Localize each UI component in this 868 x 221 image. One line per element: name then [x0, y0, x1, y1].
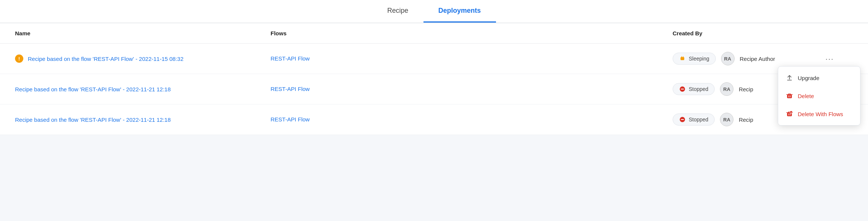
status-badge-sleeping: Sleeping	[673, 53, 716, 65]
svg-rect-0	[680, 57, 684, 60]
table-row: ! Recipe based on the flow 'REST-API Flo…	[0, 44, 868, 74]
flow-link[interactable]: REST-API Flow	[271, 86, 310, 92]
flow-link[interactable]: REST-API Flow	[271, 116, 310, 123]
status-label-stopped-3: Stopped	[689, 117, 708, 123]
svg-rect-3	[787, 94, 792, 98]
flow-cell: REST-API Flow	[271, 55, 673, 62]
warning-icon: !	[15, 54, 23, 63]
upgrade-label: Upgrade	[798, 75, 820, 81]
flow-cell: REST-API Flow	[271, 116, 673, 123]
stopped-icon-3	[679, 116, 686, 123]
avatar-ra-2: RA	[720, 82, 733, 96]
flow-link[interactable]: REST-API Flow	[271, 55, 310, 62]
created-by-cell: Sleeping RA Recipe Author	[673, 52, 823, 65]
menu-item-delete[interactable]: Delete	[778, 87, 860, 105]
header-actions	[823, 30, 853, 36]
menu-item-upgrade[interactable]: Upgrade	[778, 69, 860, 87]
status-label-sleeping: Sleeping	[689, 56, 709, 62]
status-label-stopped-2: Stopped	[689, 86, 708, 92]
delete-with-flows-icon: +	[786, 110, 793, 118]
delete-label: Delete	[798, 93, 814, 99]
deployment-name-link[interactable]: Recipe based on the flow 'REST-API Flow'…	[15, 117, 171, 123]
table-header: Name Flows Created By	[0, 23, 868, 44]
table-row: Recipe based on the flow 'REST-API Flow'…	[0, 104, 868, 135]
context-menu: Upgrade Delete	[778, 66, 860, 126]
table-row: Recipe based on the flow 'REST-API Flow'…	[0, 74, 868, 104]
flow-cell: REST-API Flow	[271, 86, 673, 92]
svg-rect-10	[681, 119, 684, 120]
delete-icon	[786, 92, 793, 100]
header-flows: Flows	[271, 30, 673, 36]
menu-item-delete-with-flows[interactable]: + Delete With Flows	[778, 105, 860, 123]
creator-name-3: Recip	[739, 117, 753, 123]
svg-rect-8	[681, 89, 684, 89]
creator-name-2: Recip	[739, 86, 753, 92]
row-name-cell: Recipe based on the flow 'REST-API Flow'…	[15, 86, 271, 92]
row-name-cell: ! Recipe based on the flow 'REST-API Flo…	[15, 54, 271, 63]
deployments-table: Name Flows Created By ! Recipe based on …	[0, 23, 868, 135]
header-created-by: Created By	[673, 30, 823, 36]
status-badge-stopped-2: Stopped	[673, 83, 715, 95]
header-name: Name	[15, 30, 271, 36]
delete-with-flows-label: Delete With Flows	[798, 111, 843, 117]
sleeping-icon	[679, 55, 686, 62]
stopped-icon-2	[679, 86, 686, 92]
status-badge-stopped-3: Stopped	[673, 114, 715, 126]
deployment-name-link[interactable]: Recipe based on the flow 'REST-API Flow'…	[28, 56, 183, 62]
more-options-button-1[interactable]: ···	[823, 52, 836, 65]
row-name-cell: Recipe based on the flow 'REST-API Flow'…	[15, 117, 271, 123]
tab-deployments[interactable]: Deployments	[423, 0, 496, 23]
tab-recipe[interactable]: Recipe	[372, 0, 423, 23]
svg-text:+: +	[791, 111, 792, 114]
upgrade-icon	[786, 74, 793, 82]
tabs-bar: Recipe Deployments	[0, 0, 868, 23]
svg-rect-1	[681, 56, 682, 58]
svg-rect-2	[683, 56, 684, 58]
avatar-ra-1: RA	[721, 52, 735, 65]
actions-cell-1: ···	[823, 52, 853, 65]
deployment-name-link[interactable]: Recipe based on the flow 'REST-API Flow'…	[15, 86, 171, 92]
creator-name-1: Recipe Author	[740, 56, 775, 62]
avatar-ra-3: RA	[720, 113, 733, 126]
